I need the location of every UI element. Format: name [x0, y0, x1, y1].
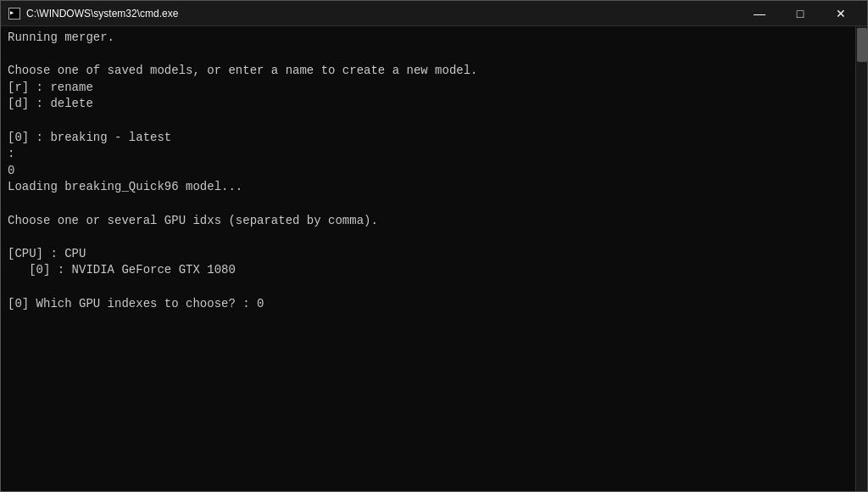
terminal-line: 0 [8, 163, 849, 180]
terminal-line: [0] : NVIDIA GeForce GTX 1080 [8, 262, 849, 279]
window-title: C:\WINDOWS\system32\cmd.exe [26, 8, 178, 20]
minimize-button[interactable]: — [740, 1, 779, 26]
cmd-window: C:\WINDOWS\system32\cmd.exe — □ ✕ Runnin… [0, 0, 868, 492]
terminal-line: : [8, 146, 849, 163]
title-bar: C:\WINDOWS\system32\cmd.exe — □ ✕ [1, 1, 867, 26]
terminal-empty-line [8, 47, 849, 64]
title-bar-left: C:\WINDOWS\system32\cmd.exe [8, 7, 178, 20]
terminal-empty-line [8, 113, 849, 130]
terminal-line: [d] : delete [8, 96, 849, 113]
scrollbar-thumb[interactable] [857, 28, 867, 62]
terminal-line: Running merger. [8, 30, 849, 47]
cmd-app-icon [8, 7, 21, 20]
terminal-empty-line [8, 196, 849, 213]
terminal-empty-line [8, 279, 849, 296]
terminal-line: Loading breaking_Quick96 model... [8, 179, 849, 196]
maximize-button[interactable]: □ [781, 1, 820, 26]
content-area: Running merger.Choose one of saved model… [1, 26, 867, 491]
terminal-empty-line [8, 229, 849, 246]
terminal-line: [CPU] : CPU [8, 246, 849, 263]
terminal-line: Choose one or several GPU idxs (separate… [8, 213, 849, 230]
scrollbar[interactable] [855, 26, 867, 491]
close-button[interactable]: ✕ [821, 1, 860, 26]
terminal-line: Choose one of saved models, or enter a n… [8, 63, 849, 80]
window-controls: — □ ✕ [740, 1, 860, 26]
terminal-output[interactable]: Running merger.Choose one of saved model… [1, 26, 855, 491]
terminal-line: [r] : rename [8, 80, 849, 97]
terminal-line: [0] : breaking - latest [8, 130, 849, 147]
terminal-line: [0] Which GPU indexes to choose? : 0 [8, 296, 849, 313]
